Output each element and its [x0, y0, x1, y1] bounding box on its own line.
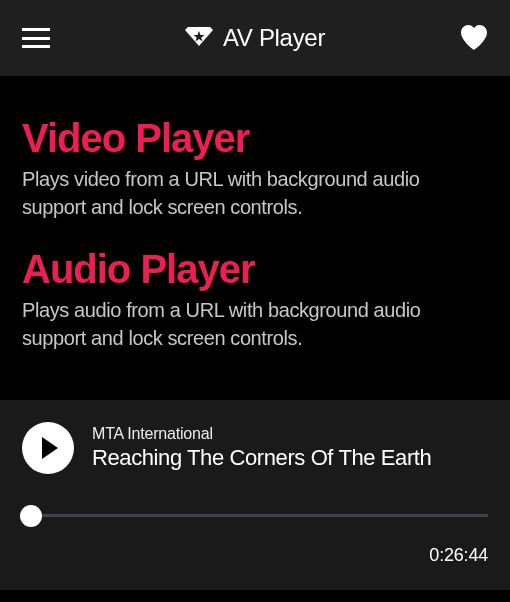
- top-bar: AV Player: [0, 0, 510, 76]
- audio-player-section[interactable]: Audio Player Plays audio from a URL with…: [22, 247, 488, 352]
- progress-bar[interactable]: [22, 514, 488, 517]
- content-area: Video Player Plays video from a URL with…: [0, 76, 510, 400]
- track-info: MTA International Reaching The Corners O…: [92, 425, 431, 471]
- play-icon: [42, 437, 58, 459]
- video-player-title: Video Player: [22, 116, 488, 161]
- now-playing-bar: MTA International Reaching The Corners O…: [0, 400, 510, 590]
- player-row: MTA International Reaching The Corners O…: [22, 422, 488, 474]
- track-artist: MTA International: [92, 425, 431, 443]
- progress-area: 0:26:44: [22, 514, 488, 566]
- video-player-section[interactable]: Video Player Plays video from a URL with…: [22, 116, 488, 221]
- app-title-container: AV Player: [185, 24, 325, 52]
- play-button[interactable]: [22, 422, 74, 474]
- progress-thumb[interactable]: [20, 505, 42, 527]
- app-title: AV Player: [223, 24, 325, 52]
- time-row: 0:26:44: [22, 545, 488, 566]
- favorite-icon[interactable]: [460, 25, 488, 51]
- menu-icon[interactable]: [22, 28, 50, 48]
- app-logo-icon: [185, 27, 213, 50]
- track-title: Reaching The Corners Of The Earth: [92, 445, 431, 471]
- audio-player-title: Audio Player: [22, 247, 488, 292]
- video-player-desc: Plays video from a URL with background a…: [22, 165, 488, 221]
- audio-player-desc: Plays audio from a URL with background a…: [22, 296, 488, 352]
- duration-label: 0:26:44: [429, 545, 488, 566]
